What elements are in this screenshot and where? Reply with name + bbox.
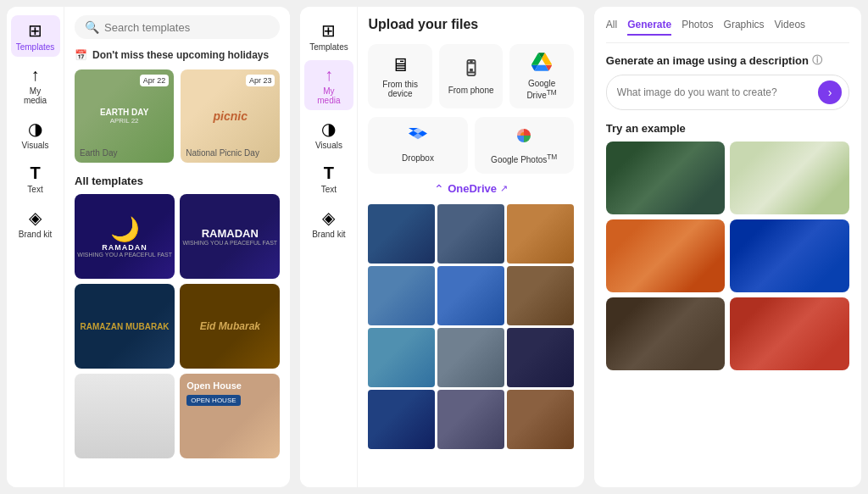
media-thumb-10[interactable] [368, 390, 435, 449]
generate-input[interactable] [617, 86, 818, 98]
upload-gphotos-button[interactable]: Google PhotosTM [475, 117, 574, 173]
tab-generate[interactable]: Generate [627, 19, 671, 36]
search-bar[interactable]: 🔍 [75, 15, 280, 39]
template-card-ramadan2[interactable]: RAMADAN WISHING YOU A PEACEFUL FAST [180, 194, 280, 279]
moon-icon: 🌙 [110, 215, 140, 243]
upload-options-row1: 🖥 From this device From phone [368, 44, 573, 108]
mid-visuals-icon: ◑ [321, 119, 336, 139]
sidebar-item-label: Templates [16, 42, 55, 52]
tab-photos[interactable]: Photos [682, 19, 713, 36]
mid-sidebar-label: Brand kit [312, 230, 345, 239]
mid-sidebar-item-templates[interactable]: ⊞ Templates [304, 15, 353, 57]
template-card-ramadan1[interactable]: 🌙 RAMADAN WISHING YOU A PEACEFUL FAST [75, 194, 175, 279]
mid-sidebar-label: Visuals [315, 141, 342, 150]
media-thumb-9[interactable] [507, 328, 574, 387]
media-thumb-3[interactable] [507, 204, 574, 264]
search-icon: 🔍 [85, 20, 99, 34]
upload-phone-button[interactable]: From phone [439, 44, 503, 108]
tab-graphics[interactable]: Graphics [724, 19, 765, 36]
middle-sidebar: ⊞ Templates ↑ My media ◑ Visuals T Text … [300, 7, 358, 487]
mid-sidebar-item-my-media[interactable]: ↑ My media [304, 60, 353, 110]
sidebar-item-label: Brand kit [19, 230, 52, 239]
date-badge-apr23: Apr 23 [246, 75, 275, 86]
onedrive-label: OneDrive [448, 182, 497, 195]
brand-kit-icon: ◈ [29, 208, 42, 228]
search-input[interactable] [104, 21, 270, 34]
device-icon: 🖥 [391, 54, 409, 76]
sidebar-item-templates[interactable]: ⊞ Templates [11, 15, 60, 57]
sidebar-item-brand-kit[interactable]: ◈ Brand kit [11, 203, 60, 244]
openhouse-text: Open House [186, 380, 242, 391]
generate-label-text: Generate an image using a description [606, 54, 809, 67]
eid-text: Eid Mubarak [200, 320, 260, 332]
calendar-icon: 📅 [75, 49, 87, 61]
example-img-3[interactable] [606, 219, 726, 292]
upload-gdrive-button[interactable]: Google DriveTM [509, 44, 573, 108]
template-card-openhouse[interactable]: Open House OPEN HOUSE [180, 374, 280, 458]
earth-day-label: Earth Day [80, 148, 117, 158]
example-grid [606, 142, 849, 370]
gdrive-label: Google DriveTM [515, 79, 568, 100]
gphotos-icon [514, 125, 534, 149]
example-img-6[interactable] [730, 297, 849, 370]
mid-text-icon: T [324, 164, 334, 183]
example-img-1[interactable] [606, 142, 726, 214]
mid-brand-kit-icon: ◈ [322, 208, 335, 228]
right-tabs: All Generate Photos Graphics Videos [606, 19, 849, 43]
mid-sidebar-item-brand-kit[interactable]: ◈ Brand kit [304, 203, 353, 244]
media-thumb-8[interactable] [437, 328, 504, 387]
tab-videos[interactable]: Videos [775, 19, 805, 36]
sidebar-item-visuals[interactable]: ◑ Visuals [11, 114, 60, 155]
holiday-cards: EARTH DAY APRIL 22 Apr 22 Earth Day picn… [75, 69, 280, 163]
tab-all[interactable]: All [606, 19, 617, 36]
template-card-house[interactable] [75, 374, 175, 458]
arrow-right-icon: › [828, 86, 832, 99]
onedrive-row[interactable]: ⌃ OneDrive ↗ [368, 182, 573, 196]
sidebar-item-label: My media [18, 86, 53, 105]
mid-sidebar-item-text[interactable]: T Text [304, 158, 353, 199]
template-grid: 🌙 RAMADAN WISHING YOU A PEACEFUL FAST RA… [75, 194, 280, 458]
template-card-ramazan[interactable]: RAMAZAN MUBARAK [75, 284, 175, 369]
upload-dropbox-button[interactable]: Dropbox [368, 117, 467, 173]
ramadan-text: RAMADAN [102, 243, 147, 252]
generate-input-row[interactable]: › [606, 75, 849, 110]
example-img-4[interactable] [730, 219, 849, 292]
sidebar-item-my-media[interactable]: ↑ My media [11, 60, 60, 110]
example-img-5[interactable] [606, 297, 726, 370]
picnic-label: National Picnic Day [186, 148, 259, 158]
sidebar-item-text[interactable]: T Text [11, 158, 60, 199]
try-example-label: Try an example [606, 122, 849, 135]
text-icon: T [30, 164, 40, 183]
media-thumb-11[interactable] [437, 390, 504, 449]
right-scroll-area: Generate an image using a description ⓘ … [606, 53, 849, 487]
holiday-card-earth-day[interactable]: EARTH DAY APRIL 22 Apr 22 Earth Day [75, 69, 174, 163]
upload-device-button[interactable]: 🖥 From this device [368, 44, 431, 108]
media-thumb-7[interactable] [368, 328, 435, 387]
ramazan-text: RAMAZAN MUBARAK [81, 322, 170, 331]
template-card-eid[interactable]: Eid Mubarak [180, 284, 280, 369]
svg-rect-4 [470, 61, 472, 62]
generate-label: Generate an image using a description ⓘ [606, 53, 849, 68]
media-thumb-5[interactable] [437, 266, 504, 325]
media-thumb-4[interactable] [368, 266, 435, 325]
media-thumb-1[interactable] [368, 204, 435, 264]
mid-sidebar-item-visuals[interactable]: ◑ Visuals [304, 114, 353, 155]
date-badge-apr22: Apr 22 [140, 75, 170, 86]
dropbox-label: Dropbox [402, 153, 434, 163]
info-icon: ⓘ [812, 53, 822, 68]
upload-options-row2: Dropbox Google PhotosTM [368, 117, 573, 173]
upload-title: Upload your files [368, 17, 573, 32]
mid-sidebar-label: My media [311, 86, 347, 105]
my-media-icon: ↑ [31, 65, 40, 85]
mid-sidebar-label: Templates [309, 42, 348, 52]
media-thumb-6[interactable] [507, 266, 574, 325]
openhouse-badge: OPEN HOUSE [186, 395, 240, 406]
holiday-card-picnic[interactable]: picnic Apr 23 National Picnic Day [181, 69, 280, 163]
middle-main-content: Upload your files 🖥 From this device Fr [358, 7, 583, 487]
example-img-2[interactable] [730, 142, 849, 214]
phone-label: From phone [448, 86, 494, 95]
generate-submit-button[interactable]: › [818, 80, 842, 104]
left-main-content: 🔍 📅 Don't miss these upcoming holidays E… [64, 7, 290, 487]
media-thumb-2[interactable] [437, 204, 504, 264]
media-thumb-12[interactable] [507, 390, 574, 449]
